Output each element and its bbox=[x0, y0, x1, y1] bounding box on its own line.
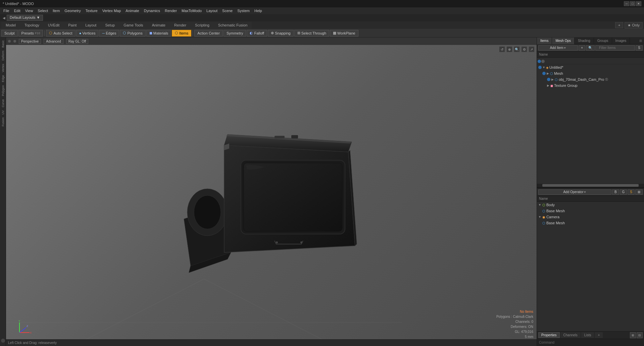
tab-shading[interactable]: Shading bbox=[575, 38, 594, 44]
collapse-sidebar-button[interactable] bbox=[1, 339, 5, 343]
viewport-icon-2[interactable]: ⊕ bbox=[506, 46, 512, 52]
workplane-button[interactable]: ▦ WorkPlane bbox=[330, 30, 358, 37]
tab-channels[interactable]: Channels bbox=[560, 332, 581, 338]
menu-maxtomodo[interactable]: MaxToModo bbox=[180, 8, 204, 13]
viewport-icon-1[interactable]: ↺ bbox=[499, 46, 505, 52]
expand-panel-button[interactable]: ⊞ bbox=[637, 38, 644, 43]
menu-select[interactable]: Select bbox=[36, 8, 50, 13]
tab-meshops[interactable]: Mesh Ops bbox=[552, 38, 575, 44]
vis-eye-1[interactable] bbox=[538, 60, 541, 63]
meshops-btn-g[interactable]: G bbox=[620, 189, 627, 195]
sidebar-tab-deform[interactable]: Deform bbox=[1, 49, 5, 62]
tab-model[interactable]: Model bbox=[1, 21, 20, 29]
add-tab-button[interactable]: + bbox=[615, 22, 623, 28]
menu-help[interactable]: Help bbox=[252, 8, 264, 13]
tree-item-obj[interactable]: ▶ ⬡ obj_70mai_Dash_Cam_Pro ⑪ bbox=[537, 76, 644, 82]
tab-topology[interactable]: Topology bbox=[20, 21, 44, 29]
maximize-button[interactable]: □ bbox=[630, 1, 635, 6]
tab-lists[interactable]: Lists bbox=[581, 332, 594, 338]
meshops-btn-s[interactable]: S bbox=[628, 189, 635, 195]
menu-render[interactable]: Render bbox=[163, 8, 179, 13]
presets-button[interactable]: Presets F10 bbox=[18, 30, 43, 37]
viewport-dot-2[interactable] bbox=[13, 40, 16, 43]
materials-button[interactable]: ◼ Materials bbox=[146, 30, 171, 37]
filter-items-input[interactable] bbox=[595, 45, 635, 51]
add-item-icon-button[interactable]: + bbox=[579, 45, 585, 51]
symmetry-button[interactable]: Symmetry bbox=[224, 30, 246, 37]
polygons-button[interactable]: ⬡ Polygons bbox=[120, 30, 145, 37]
vis-eye-2[interactable] bbox=[541, 60, 545, 63]
menu-dynamics[interactable]: Dynamics bbox=[142, 8, 162, 13]
select-through-button[interactable]: ⊞ Select Through bbox=[294, 30, 329, 37]
viewport-icon-4[interactable]: ⚙ bbox=[521, 46, 527, 52]
perspective-button[interactable]: Perspective bbox=[19, 39, 41, 44]
items-scrollbar-x[interactable] bbox=[537, 184, 644, 187]
minimize-button[interactable]: ─ bbox=[624, 1, 629, 6]
tree-item-base-mesh-2[interactable]: ⬡ Base Mesh bbox=[537, 220, 644, 226]
panel-collapse-button[interactable]: ⊟ bbox=[637, 332, 643, 338]
menu-texture[interactable]: Texture bbox=[84, 8, 100, 13]
tree-item-mesh[interactable]: ▶ ⬡ Mesh bbox=[537, 70, 644, 76]
tab-render[interactable]: Render bbox=[170, 21, 191, 29]
menu-view[interactable]: View bbox=[23, 8, 35, 13]
vis-eye-mesh[interactable] bbox=[542, 72, 546, 75]
edges-button[interactable]: ─ Edges bbox=[99, 30, 119, 37]
sidebar-tab-vertex[interactable]: Vertex bbox=[1, 62, 5, 74]
sculpt-button[interactable]: Sculpt bbox=[1, 30, 18, 37]
tree-item-untitled[interactable]: ▼ ◈ Untitled* bbox=[537, 64, 644, 70]
panel-expand-button[interactable]: ⊞ bbox=[630, 332, 636, 338]
tree-item-base-mesh-1[interactable]: ⬡ Base Mesh bbox=[537, 208, 644, 214]
search-item-button[interactable]: 🔍 bbox=[586, 45, 595, 51]
tab-add[interactable]: + bbox=[595, 332, 603, 338]
tab-items[interactable]: Items bbox=[537, 38, 552, 44]
add-item-button[interactable]: Add Item ▼ bbox=[538, 45, 578, 51]
tab-gametools[interactable]: Game Tools bbox=[119, 21, 148, 29]
tab-layout[interactable]: Layout bbox=[81, 21, 101, 29]
auto-select-button[interactable]: ⬡ Auto Select bbox=[46, 30, 75, 37]
tab-images[interactable]: Images bbox=[612, 38, 630, 44]
menu-geometry[interactable]: Geometry bbox=[62, 8, 83, 13]
sidebar-tab-uv[interactable]: UV bbox=[1, 109, 5, 116]
filter-text-input[interactable] bbox=[598, 45, 625, 51]
sidebar-tab-curve[interactable]: Curve bbox=[1, 98, 5, 109]
falloff-button[interactable]: ◐ Falloff bbox=[247, 30, 267, 37]
sidebar-tab-fusion[interactable]: Fusion bbox=[1, 116, 5, 128]
raygl-button[interactable]: Ray GL: Off bbox=[66, 39, 89, 44]
tab-groups[interactable]: Groups bbox=[594, 38, 612, 44]
menu-system[interactable]: System bbox=[235, 8, 252, 13]
sidebar-tab-edge[interactable]: Edge bbox=[1, 74, 5, 83]
vis-eye-obj[interactable] bbox=[547, 78, 550, 81]
tree-item-camera[interactable]: ▼ ◉ Camera bbox=[537, 214, 644, 220]
vis-eye-untitled[interactable] bbox=[538, 66, 542, 69]
layout-back-icon[interactable]: ◀ bbox=[3, 16, 5, 20]
viewport-icon-3[interactable]: 🔍 bbox=[514, 46, 520, 52]
close-button[interactable]: ✕ bbox=[636, 1, 641, 6]
viewport-icon-5[interactable]: ↗ bbox=[529, 46, 535, 52]
menu-edit[interactable]: Edit bbox=[12, 8, 22, 13]
s-button[interactable]: S bbox=[636, 45, 643, 51]
only-button[interactable]: ★ Only bbox=[625, 22, 643, 28]
tab-paint[interactable]: Paint bbox=[64, 21, 81, 29]
tab-schematic[interactable]: Schematic Fusion bbox=[214, 21, 252, 29]
snapping-button[interactable]: ⊕ Snapping bbox=[268, 30, 294, 37]
items-button[interactable]: ⬡ Items bbox=[172, 30, 191, 37]
viewport-dot-1[interactable] bbox=[8, 40, 11, 43]
scrollbar-thumb-x[interactable] bbox=[542, 184, 639, 187]
menu-scene[interactable]: Scene bbox=[220, 8, 235, 13]
add-operator-button[interactable]: Add Operator ▼ bbox=[538, 189, 611, 195]
menu-animate[interactable]: Animate bbox=[123, 8, 141, 13]
menu-file[interactable]: File bbox=[1, 8, 11, 13]
action-center-button[interactable]: Action Center bbox=[194, 30, 223, 37]
tab-uvedit[interactable]: UVEdit bbox=[44, 21, 64, 29]
menu-item[interactable]: Item bbox=[51, 8, 62, 13]
sidebar-tab-basic[interactable]: Basic bbox=[1, 39, 5, 49]
tab-setup[interactable]: Setup bbox=[101, 21, 119, 29]
menu-layout[interactable]: Layout bbox=[204, 8, 219, 13]
sidebar-tab-polygon[interactable]: Polygon bbox=[1, 84, 5, 98]
vertices-button[interactable]: ● Vertices bbox=[76, 30, 99, 37]
viewport[interactable]: Perspective Advanced Ray GL: Off bbox=[6, 38, 537, 346]
layouts-dropdown[interactable]: Default Layouts ▼ bbox=[7, 15, 43, 21]
tab-properties[interactable]: Properties bbox=[538, 332, 560, 338]
advanced-button[interactable]: Advanced bbox=[44, 39, 63, 44]
meshops-expand-btn[interactable]: ⊞ bbox=[635, 189, 643, 195]
